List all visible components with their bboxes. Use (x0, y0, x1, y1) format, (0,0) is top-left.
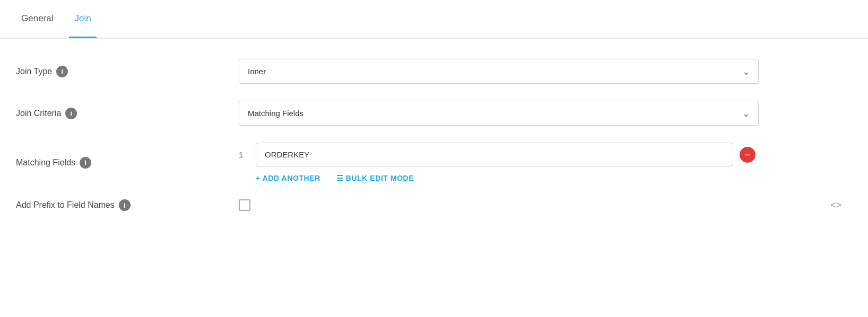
join-criteria-label-text: Join Criteria (16, 109, 61, 118)
join-criteria-control: Matching Fields Expression ⌄ (239, 101, 759, 126)
add-prefix-checkbox-wrapper (239, 199, 759, 211)
table-row: 1 − (239, 143, 759, 166)
add-prefix-row: Add Prefix to Field Names i <> (16, 199, 852, 211)
tabs-container: General Join (0, 0, 868, 38)
bulk-edit-mode-button[interactable]: ☰ BULK EDIT MODE (336, 174, 414, 182)
join-criteria-select-wrapper: Matching Fields Expression ⌄ (239, 101, 759, 126)
actions-row: + ADD ANOTHER ☰ BULK EDIT MODE (239, 174, 759, 182)
add-prefix-control (239, 199, 759, 211)
add-prefix-label-text: Add Prefix to Field Names (16, 200, 115, 210)
join-type-info-icon[interactable]: i (56, 66, 68, 77)
matching-fields-row: Matching Fields i 1 − + ADD ANOTHER ☰ BU… (16, 143, 852, 182)
join-type-control: Inner Left Outer Right Outer Full Outer … (239, 59, 759, 84)
join-criteria-label: Join Criteria i (16, 108, 239, 119)
matching-fields-info-icon[interactable]: i (80, 157, 91, 169)
add-another-button[interactable]: + ADD ANOTHER (256, 174, 320, 182)
field-input-1[interactable] (256, 143, 733, 166)
matching-fields-label: Matching Fields i (16, 157, 239, 169)
remove-icon: − (744, 149, 751, 160)
matching-fields-control: 1 − + ADD ANOTHER ☰ BULK EDIT MODE (239, 143, 759, 182)
matching-fields-label-text: Matching Fields (16, 158, 75, 168)
join-type-select[interactable]: Inner Left Outer Right Outer Full Outer … (239, 59, 759, 84)
tab-join[interactable]: Join (69, 1, 96, 38)
join-criteria-row: Join Criteria i Matching Fields Expressi… (16, 101, 852, 126)
join-criteria-info-icon[interactable]: i (65, 108, 77, 119)
join-type-row: Join Type i Inner Left Outer Right Outer… (16, 59, 852, 84)
field-number-1: 1 (239, 150, 249, 159)
remove-field-button[interactable]: − (740, 147, 756, 163)
join-type-label-text: Join Type (16, 67, 52, 76)
join-criteria-select[interactable]: Matching Fields Expression (239, 101, 759, 126)
matching-fields-area: 1 − + ADD ANOTHER ☰ BULK EDIT MODE (239, 143, 759, 182)
tab-general[interactable]: General (16, 1, 58, 38)
join-type-label: Join Type i (16, 66, 239, 77)
code-toggle-icon[interactable]: <> (830, 200, 841, 211)
add-prefix-checkbox[interactable] (239, 199, 250, 211)
add-prefix-label: Add Prefix to Field Names i (16, 199, 239, 211)
add-prefix-info-icon[interactable]: i (119, 199, 131, 211)
join-type-select-wrapper: Inner Left Outer Right Outer Full Outer … (239, 59, 759, 84)
form-content: Join Type i Inner Left Outer Right Outer… (0, 43, 868, 244)
